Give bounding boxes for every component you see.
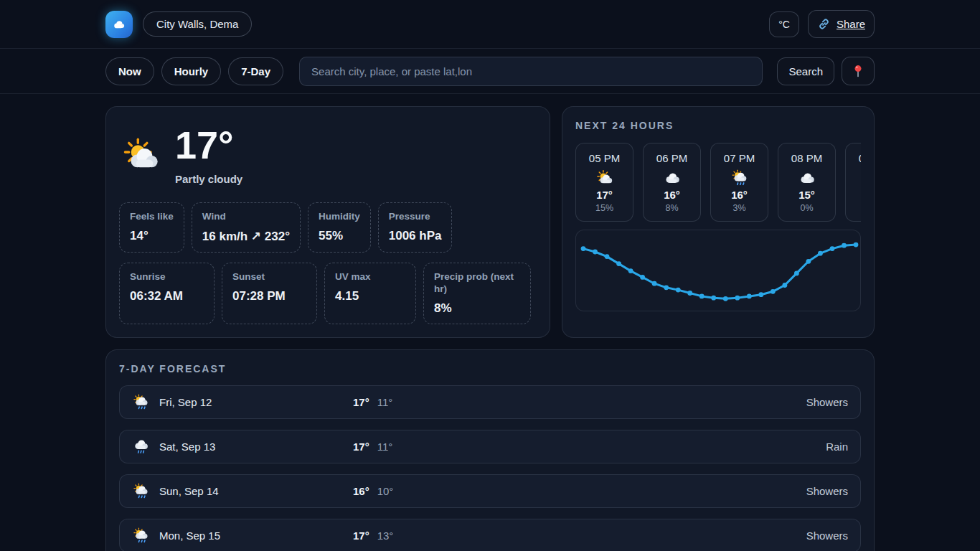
stat-label: Wind: [202, 211, 288, 223]
day-weather-icon: [132, 438, 150, 456]
hour-time: 08 PM: [778, 152, 835, 164]
hour-precip-prob: 8%: [644, 203, 700, 213]
forecast-high: 17°: [353, 529, 369, 542]
stat-label: Sunset: [232, 271, 306, 283]
stat-humidity: Humidity 55%: [308, 202, 371, 253]
stat-label: Sunrise: [130, 271, 204, 283]
forecast-low: 11°: [377, 396, 393, 408]
seven-day-forecast-card: 7-DAY FORECAST Fri, Sep 12 17° 11° Showe…: [105, 349, 875, 551]
tab-now[interactable]: Now: [105, 57, 154, 85]
hour-temp: 15°: [778, 189, 835, 201]
nav-bar: Now Hourly 7-Day Search: [0, 49, 980, 94]
hourly-strip[interactable]: 05 PM 17° 15% 06 PM 16° 8% 07 PM 16° 3%: [575, 143, 861, 222]
stat-label: Feels like: [130, 211, 174, 223]
stat-value: 07:28 PM: [232, 289, 306, 303]
search-button[interactable]: Search: [777, 57, 834, 85]
hour-precip-prob: 0%: [846, 203, 861, 213]
link-icon: [817, 17, 831, 31]
seven-day-forecast-title: 7-DAY FORECAST: [119, 363, 861, 375]
hour-temp: 16°: [711, 189, 768, 201]
hour-time: 05 PM: [576, 152, 633, 164]
hour-chip[interactable]: 05 PM 17° 15%: [575, 143, 633, 222]
tab-7day[interactable]: 7-Day: [228, 57, 283, 85]
stat-sunset: Sunset 07:28 PM: [222, 263, 317, 324]
forecast-high: 17°: [353, 441, 369, 453]
hour-precip-prob: 15%: [576, 203, 633, 213]
stat-sunrise: Sunrise 06:32 AM: [119, 263, 215, 324]
current-weather-icon: [121, 135, 162, 176]
next-24-hours-title: NEXT 24 HOURS: [575, 120, 861, 131]
location-chip[interactable]: City Walls, Dema: [143, 11, 252, 37]
stat-value: 14°: [130, 229, 174, 243]
current-conditions-card: 17° Partly cloudy Feels like 14° Wind 16…: [105, 106, 550, 338]
hour-temp: 16°: [644, 189, 700, 201]
forecast-high: 17°: [353, 396, 369, 408]
hour-chip[interactable]: 06 PM 16° 8%: [643, 143, 701, 222]
forecast-row[interactable]: Fri, Sep 12 17° 11° Showers: [119, 385, 861, 419]
hour-chip[interactable]: 07 PM 16° 3%: [710, 143, 768, 222]
stat-pressure: Pressure 1006 hPa: [378, 202, 453, 253]
forecast-condition: Showers: [806, 485, 848, 497]
hour-weather-icon: [595, 169, 614, 187]
forecast-low: 11°: [377, 441, 393, 453]
tab-hourly[interactable]: Hourly: [161, 57, 222, 85]
day-weather-icon: [132, 482, 150, 500]
forecast-high: 16°: [353, 485, 369, 497]
hour-chip[interactable]: 08 PM 15° 0%: [778, 143, 836, 222]
hour-chip[interactable]: 09 PM 15° 0%: [845, 143, 861, 222]
unit-toggle-button[interactable]: °C: [769, 11, 799, 37]
hour-precip-prob: 3%: [711, 203, 768, 213]
forecast-day: Fri, Sep 12: [159, 396, 212, 408]
forecast-day: Mon, Sep 15: [159, 529, 220, 542]
hour-time: 07 PM: [711, 152, 768, 164]
hour-weather-icon: [663, 169, 682, 187]
forecast-low: 13°: [377, 529, 394, 542]
stat-wind: Wind 16 km/h ↗ 232°: [192, 202, 301, 253]
hour-weather-icon: [730, 169, 749, 187]
share-label: Share: [837, 18, 865, 30]
stat-label: Pressure: [389, 211, 442, 223]
next-24-hours-card: NEXT 24 HOURS 05 PM 17° 15% 06 PM 16° 8%…: [562, 106, 875, 338]
stat-uv-max: UV max 4.15: [324, 263, 416, 324]
geolocate-button[interactable]: [842, 57, 875, 85]
search-input[interactable]: [299, 57, 763, 86]
stat-label: Humidity: [319, 211, 360, 223]
hour-temp: 17°: [576, 189, 633, 201]
forecast-row[interactable]: Sat, Sep 13 17° 11° Rain: [119, 430, 861, 463]
brand: City Walls, Dema: [105, 11, 252, 38]
temperature-trend-chart-box: [575, 230, 861, 311]
stat-value: 06:32 AM: [130, 289, 204, 303]
search-button-label: Search: [788, 65, 823, 77]
stat-feels-like: Feels like 14°: [119, 202, 184, 253]
current-temperature: 17°: [175, 126, 242, 164]
share-button[interactable]: Share: [808, 10, 875, 38]
hour-temp: 15°: [846, 189, 861, 201]
hour-time: 06 PM: [644, 152, 700, 164]
stat-value: 4.15: [335, 289, 405, 303]
stat-precip-prob: Precip prob (next hr) 8%: [423, 263, 531, 324]
stat-value: 16 km/h ↗ 232°: [202, 229, 290, 244]
forecast-row[interactable]: Mon, Sep 15 17° 13° Showers: [119, 519, 861, 551]
stat-value: 1006 hPa: [389, 229, 442, 243]
stat-value: 55%: [319, 229, 360, 243]
forecast-condition: Showers: [806, 396, 848, 408]
forecast-row[interactable]: Sun, Sep 14 16° 10° Showers: [119, 474, 861, 508]
unit-label: °C: [778, 19, 790, 30]
header-bar: City Walls, Dema °C Share: [0, 0, 980, 49]
forecast-condition: Rain: [826, 441, 848, 453]
stat-label: Precip prob (next hr): [434, 271, 520, 296]
forecast-day: Sat, Sep 13: [159, 441, 215, 453]
forecast-condition: Showers: [806, 529, 848, 542]
temperature-trend-chart: [576, 230, 861, 311]
pushpin-icon: [850, 63, 866, 79]
hour-weather-icon: [798, 169, 816, 187]
forecast-day: Sun, Sep 14: [159, 485, 219, 497]
location-label: City Walls, Dema: [156, 18, 238, 30]
forecast-low: 10°: [377, 485, 394, 497]
stat-label: UV max: [335, 271, 405, 283]
day-weather-icon: [132, 527, 150, 545]
cloud-logo-icon: [110, 16, 128, 33]
hour-time: 09 PM: [846, 152, 861, 164]
day-weather-icon: [132, 393, 150, 411]
app-logo[interactable]: [105, 11, 133, 38]
